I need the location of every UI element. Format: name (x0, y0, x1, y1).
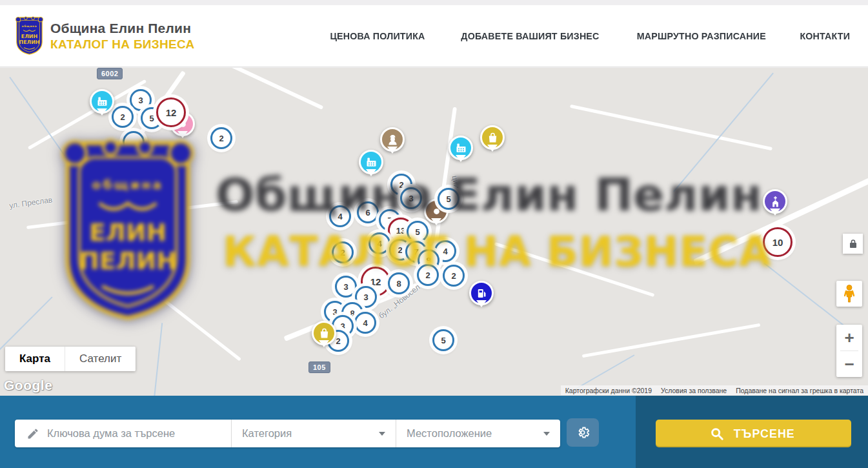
attribution-report-link[interactable]: Подаване на сигнал за грешка в картата (731, 387, 868, 394)
map-cluster-marker[interactable]: 10 (763, 227, 792, 257)
map-pin-bag[interactable] (312, 321, 336, 345)
nav-pricing[interactable]: ЦЕНОВА ПОЛИТИКА (330, 30, 425, 42)
map-cluster-marker[interactable]: 6 (357, 201, 379, 223)
map-cluster-marker[interactable]: 2 (112, 106, 134, 128)
map-attribution: Картографски данни ©2019 Условия за полз… (561, 385, 868, 395)
map-type-map-button[interactable]: Карта (5, 347, 65, 371)
search-submit-button[interactable]: ТЪРСЕНЕ (656, 420, 851, 447)
map-pin-fuel[interactable] (469, 281, 494, 305)
zoom-control: + − (836, 325, 862, 377)
site-subtitle: КАТАЛОГ НА БИЗНЕСА (50, 37, 195, 52)
map-cluster-marker[interactable]: 12 (156, 97, 186, 127)
map-cluster-marker[interactable] (123, 131, 145, 153)
map-cluster-marker[interactable]: 3 (400, 187, 422, 209)
google-map[interactable]: ул. Преслав ции бул. „Новосел 6002 105 3… (0, 68, 868, 396)
advanced-settings-button[interactable] (567, 418, 599, 447)
chevron-down-icon (543, 432, 550, 436)
search-panel: Категория Местоположение ТЪРСЕНЕ (0, 396, 868, 468)
logo-text: Община Елин Пелин КАТАЛОГ НА БИЗНЕСА (50, 21, 195, 52)
map-cluster-marker[interactable]: 4 (329, 205, 351, 227)
keyword-segment (15, 420, 231, 447)
map-pin-church[interactable] (763, 189, 787, 214)
nav-contacts[interactable]: КОНТАКТИ (800, 30, 850, 42)
map-cluster-marker[interactable]: 5 (438, 188, 459, 210)
location-select[interactable]: Местоположение (396, 420, 560, 447)
keyword-search-input[interactable] (47, 427, 208, 440)
map-cluster-marker[interactable]: 5 (432, 329, 454, 351)
svg-text:ЕЛИН: ЕЛИН (21, 34, 37, 39)
site-logo[interactable]: община ЕЛИН ПЕЛИН Община Елин Пелин КАТА… (14, 16, 195, 56)
map-type-satellite-button[interactable]: Сателит (65, 347, 136, 371)
map-cluster-marker[interactable]: 2 (332, 241, 354, 263)
search-bar: Категория Местоположение (15, 420, 560, 447)
map-pin-bag[interactable] (480, 125, 505, 150)
search-submit-label: ТЪРСЕНЕ (734, 427, 795, 441)
category-select[interactable]: Категория (231, 420, 396, 447)
category-select-label: Категория (242, 427, 292, 440)
map-pin-factory[interactable] (449, 136, 473, 160)
location-select-label: Местоположение (407, 427, 492, 440)
map-cluster-marker[interactable]: 3 (335, 276, 357, 298)
map-cluster-marker[interactable]: 2 (210, 127, 232, 149)
svg-text:ПЕЛИН: ПЕЛИН (19, 39, 39, 45)
attribution-data: Картографски данни ©2019 (561, 387, 656, 394)
svg-text:община: община (22, 25, 37, 28)
map-cluster-marker[interactable]: 8 (388, 272, 410, 294)
header: община ЕЛИН ПЕЛИН Община Елин Пелин КАТА… (0, 5, 868, 67)
lock-button[interactable] (843, 234, 863, 254)
pencil-icon (26, 427, 39, 440)
pegman-icon (844, 285, 854, 303)
page: община ЕЛИН ПЕЛИН Община Елин Пелин КАТА… (0, 0, 868, 468)
map-cluster-marker[interactable]: 2 (417, 264, 439, 286)
nav-route-schedule[interactable]: МАРШРУТНО РАЗПИСАНИЕ (637, 30, 766, 42)
nav-add-business[interactable]: ДОБАВЕТЕ ВАШИЯТ БИЗНЕС (461, 30, 599, 42)
zoom-out-button[interactable]: − (836, 351, 862, 377)
map-pin-worker[interactable] (380, 127, 405, 152)
map-cluster-marker[interactable]: 5 (407, 221, 429, 243)
map-pin-factory[interactable] (90, 89, 114, 114)
main-nav: ЦЕНОВА ПОЛИТИКА ДОБАВЕТЕ ВАШИЯТ БИЗНЕС М… (326, 5, 852, 67)
municipality-crest-icon: община ЕЛИН ПЕЛИН (14, 16, 45, 56)
map-cluster-marker[interactable]: 4 (368, 232, 390, 254)
map-pin-factory[interactable] (359, 150, 383, 174)
chevron-down-icon (379, 432, 385, 436)
lock-icon (849, 239, 858, 249)
google-logo[interactable]: Google (4, 378, 52, 393)
zoom-in-button[interactable]: + (836, 325, 862, 351)
map-type-control: Карта Сателит (5, 347, 136, 371)
top-strip (0, 0, 868, 5)
map-cluster-marker[interactable]: 4 (354, 312, 376, 334)
search-icon (710, 427, 724, 441)
map-cluster-marker[interactable]: 2 (443, 265, 465, 287)
attribution-terms-link[interactable]: Условия за ползване (656, 387, 731, 394)
street-view-pegman-button[interactable] (836, 281, 862, 307)
gear-icon (575, 425, 590, 440)
site-title: Община Елин Пелин (50, 21, 195, 36)
